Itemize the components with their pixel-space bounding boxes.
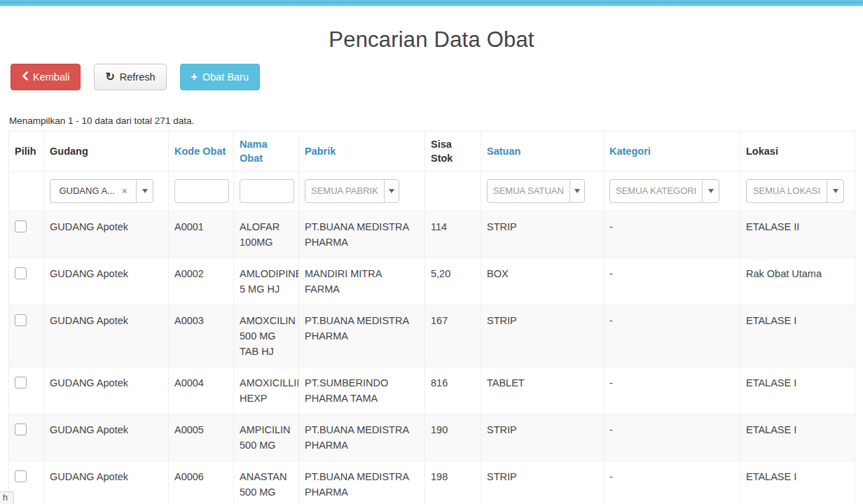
column-header-kategori[interactable]: Kategori: [609, 146, 651, 157]
cell-lokasi: ETALASE I: [740, 461, 855, 504]
cell-satuan: STRIP: [481, 211, 604, 258]
cell-gudang: GUDANG Apotek: [44, 414, 169, 461]
nama-obat-filter-input[interactable]: [240, 179, 294, 203]
lokasi-filter-select[interactable]: SEMUA LOKASI: [746, 179, 844, 203]
cell-lokasi: Rak Obat Utama: [740, 258, 855, 305]
cell-kategori: -: [604, 211, 740, 258]
data-grid: Pilih Gudang Kode Obat Nama Obat Pabrik …: [8, 131, 855, 504]
chevron-down-icon: [833, 189, 838, 193]
column-header-pabrik[interactable]: Pabrik: [305, 146, 336, 157]
row-checkbox[interactable]: [15, 424, 27, 435]
kode-obat-filter-input[interactable]: [174, 179, 229, 203]
cell-kategori: -: [604, 258, 740, 305]
cell-nama-obat: AMOXICILLIN HEXP: [234, 368, 299, 414]
cell-nama-obat: ANASTAN 500 MG FORTE: [234, 461, 299, 504]
pabrik-filter-select[interactable]: SEMUA PABRIK: [305, 179, 399, 203]
cell-sisa-stok: 167: [425, 305, 481, 368]
column-header-nama-obat[interactable]: Nama Obat: [240, 139, 268, 164]
row-checkbox[interactable]: [15, 470, 27, 482]
cell-pabrik: MANDIRI MITRA FARMA: [299, 258, 425, 305]
cell-pabrik: PT.BUANA MEDISTRA PHARMA: [299, 461, 425, 504]
result-summary: Menampilkan 1 - 10 data dari total 271 d…: [9, 115, 863, 126]
satuan-filter-placeholder: SEMUA SATUAN: [488, 180, 569, 202]
cell-gudang: GUDANG Apotek: [44, 258, 169, 305]
row-checkbox[interactable]: [15, 220, 27, 232]
filter-cell-pilih: [9, 172, 44, 211]
chevron-down-icon: [142, 189, 148, 193]
cell-lokasi: ETALASE I: [740, 305, 855, 368]
kategori-filter-placeholder: SEMUA KATEGORI: [610, 180, 702, 202]
column-header-lokasi: Lokasi: [740, 132, 855, 172]
table-row: GUDANG ApotekA0004AMOXICILLIN HEXPPT.SUM…: [9, 368, 855, 414]
filter-row: GUDANG A... × SEMUA PABRIK: [9, 172, 855, 211]
column-header-gudang: Gudang: [44, 132, 169, 172]
cell-pabrik: PT.BUANA MEDISTRA PHARMA: [299, 305, 425, 368]
cell-gudang: GUDANG Apotek: [44, 368, 169, 414]
table-header-row: Pilih Gudang Kode Obat Nama Obat Pabrik …: [9, 132, 855, 172]
cell-satuan: STRIP: [481, 461, 604, 504]
table-row: GUDANG ApotekA0001ALOFAR 100MGPT.BUANA M…: [9, 211, 855, 258]
table-row: GUDANG ApotekA0003AMOXCILIN 500 MG TAB H…: [9, 305, 855, 368]
cell-satuan: STRIP: [481, 414, 604, 461]
table-row: GUDANG ApotekA0006ANASTAN 500 MG FORTEPT…: [9, 461, 855, 504]
chevron-down-icon: [708, 189, 714, 193]
cell-pabrik: PT.BUANA MEDISTRA PHARMA: [299, 414, 425, 461]
filter-cell-sisa-stok: [425, 172, 481, 211]
row-checkbox[interactable]: [15, 267, 27, 279]
kategori-filter-caret[interactable]: [702, 180, 719, 202]
cell-sisa-stok: 190: [425, 414, 481, 461]
cell-gudang: GUDANG Apotek: [44, 211, 169, 258]
cell-pabrik: PT.SUMBERINDO PHARMA TAMA: [299, 368, 425, 414]
cell-sisa-stok: 816: [425, 368, 481, 414]
refresh-button[interactable]: ↻ Refresh: [94, 64, 166, 90]
cell-nama-obat: AMLODIPINE 5 MG HJ: [234, 258, 299, 305]
lokasi-filter-placeholder: SEMUA LOKASI: [747, 180, 827, 202]
top-accent-bar: [0, 0, 863, 6]
plus-icon: +: [191, 72, 198, 82]
row-select-cell: [9, 305, 44, 368]
column-header-satuan[interactable]: Satuan: [487, 146, 520, 157]
cell-gudang: GUDANG Apotek: [44, 305, 169, 368]
lokasi-filter-caret[interactable]: [827, 180, 843, 202]
row-select-cell: [9, 211, 44, 258]
cell-nama-obat: AMOXCILIN 500 MG TAB HJ: [234, 305, 299, 368]
table-body: GUDANG ApotekA0001ALOFAR 100MGPT.BUANA M…: [9, 211, 855, 504]
refresh-button-label: Refresh: [120, 70, 156, 84]
cell-lokasi: ETALASE II: [740, 211, 855, 258]
satuan-filter-caret[interactable]: [569, 180, 584, 202]
table-row: GUDANG ApotekA0002AMLODIPINE 5 MG HJMAND…: [9, 258, 855, 305]
back-button-label: Kembali: [33, 70, 69, 84]
gudang-filter-value: GUDANG A...: [59, 183, 114, 199]
cell-nama-obat: AMPICILIN 500 MG: [234, 414, 299, 461]
gudang-filter-caret[interactable]: [136, 180, 153, 202]
row-select-cell: [9, 258, 44, 305]
cell-lokasi: ETALASE I: [740, 414, 855, 461]
column-header-pilih: Pilih: [9, 132, 44, 172]
toolbar: Kembali ↻ Refresh + Obat Baru: [11, 64, 863, 90]
new-obat-button-label: Obat Baru: [202, 70, 249, 84]
row-checkbox[interactable]: [15, 314, 27, 326]
cell-satuan: TABLET: [481, 368, 604, 414]
row-select-cell: [9, 368, 44, 414]
refresh-icon: ↻: [105, 72, 114, 82]
back-button[interactable]: Kembali: [11, 64, 81, 90]
cell-kategori: -: [604, 305, 740, 368]
satuan-filter-select[interactable]: SEMUA SATUAN: [487, 179, 585, 203]
cell-lokasi: ETALASE I: [740, 368, 855, 414]
clear-icon[interactable]: ×: [122, 183, 127, 199]
cell-kategori: -: [604, 414, 740, 461]
cell-kode-obat: A0003: [169, 305, 234, 368]
chevron-down-icon: [574, 189, 580, 193]
kategori-filter-select[interactable]: SEMUA KATEGORI: [609, 179, 719, 203]
gudang-filter-select[interactable]: GUDANG A... ×: [50, 179, 153, 203]
pabrik-filter-caret[interactable]: [384, 180, 399, 202]
cell-sisa-stok: 114: [425, 211, 481, 258]
column-header-kode-obat[interactable]: Kode Obat: [174, 146, 226, 157]
cell-kode-obat: A0001: [169, 211, 234, 258]
new-obat-button[interactable]: + Obat Baru: [180, 64, 260, 90]
row-checkbox[interactable]: [15, 377, 27, 388]
cell-kode-obat: A0006: [169, 461, 234, 504]
cell-kategori: -: [604, 368, 740, 414]
cell-kode-obat: A0002: [169, 258, 234, 305]
cell-satuan: STRIP: [481, 305, 604, 368]
